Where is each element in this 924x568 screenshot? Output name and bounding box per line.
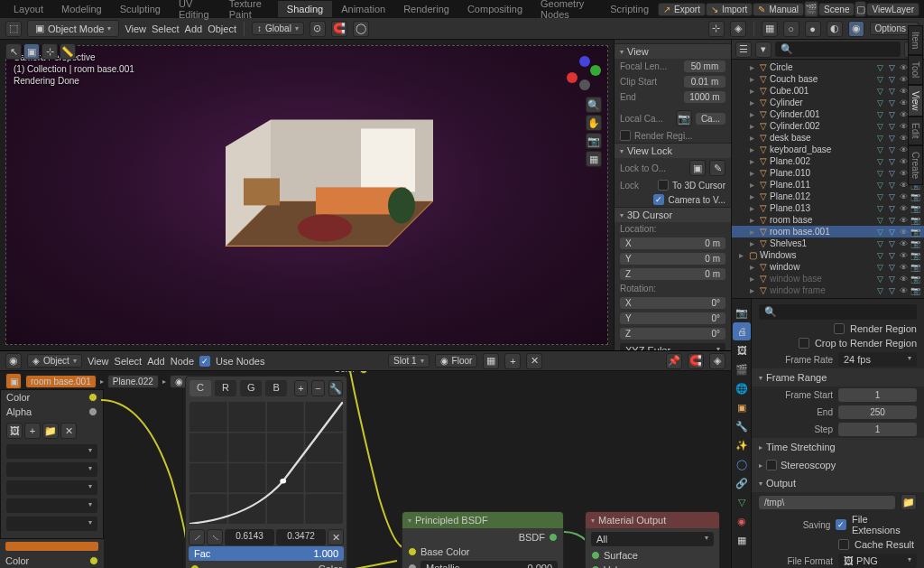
overlay-toggle[interactable]: ◈	[730, 21, 746, 37]
mat-browse-icon[interactable]: ▦	[483, 353, 499, 369]
outliner-row[interactable]: ▸▽Plane.010▽▽👁📷	[732, 167, 924, 179]
gizmo-toggle[interactable]: ⊹	[708, 21, 725, 37]
node-menu-node[interactable]: Node	[171, 356, 194, 367]
proptab-data[interactable]: ▽	[733, 493, 751, 511]
curve-zoom-out[interactable]: −	[311, 380, 325, 396]
pivot-icon[interactable]: ⊙	[310, 21, 326, 37]
outliner-row[interactable]: ▸▽Cylinder.002▽▽👁📷	[732, 120, 924, 132]
curve-tab-g[interactable]: G	[240, 380, 263, 396]
import-button[interactable]: ↘Import	[706, 3, 753, 16]
lockto-picker[interactable]: ▣	[689, 160, 706, 176]
cursor-rz[interactable]: Z0°	[620, 328, 725, 340]
output-header[interactable]: ▾Output	[752, 474, 924, 492]
breadcrumb-obj[interactable]: room base.001	[25, 375, 97, 388]
viewlayer-selector[interactable]: ViewLayer	[866, 3, 919, 16]
proptab-modifier[interactable]: 🔧	[733, 417, 751, 435]
node-overlay-icon[interactable]: ◈	[709, 353, 725, 369]
tool-measure[interactable]: 📏	[60, 43, 76, 60]
frame-end-field[interactable]: 250	[838, 405, 917, 419]
localcam-picker[interactable]: 📷	[676, 110, 692, 126]
menu-add[interactable]: Add	[185, 23, 203, 34]
outliner-row[interactable]: ▸▽Plane.002▽▽👁📷	[732, 155, 924, 167]
npanel-tab-edit[interactable]: Edit	[908, 116, 923, 144]
proptab-scene[interactable]: 🎬	[733, 360, 751, 378]
node-menu-select[interactable]: Select	[115, 356, 143, 367]
crop-check[interactable]	[799, 338, 809, 349]
scene-icon[interactable]: 🎬	[804, 1, 818, 17]
tex-new-icon[interactable]: +	[24, 423, 41, 439]
outliner-row[interactable]: ▸▽Cylinder▽▽👁📷	[732, 97, 924, 108]
handle-auto[interactable]: ⟋	[189, 529, 205, 545]
outliner-row[interactable]: ▸▽Plane.012▽▽👁📷	[732, 191, 924, 202]
surface-socket[interactable]	[591, 551, 600, 560]
node-editor-type-icon[interactable]: ◉	[5, 353, 22, 369]
node-canvas[interactable]: ▣ room base.001 ▸ Plane.022 ▸ ◉ Floor Co…	[0, 371, 731, 568]
npanel-tab-create[interactable]: Create	[908, 145, 923, 185]
outliner-row[interactable]: ▸▽window base▽▽👁📷	[732, 273, 924, 284]
outliner-row[interactable]: ▸▽room base.001▽▽👁📷	[732, 226, 924, 237]
tab-uv[interactable]: UV Editing	[170, 0, 220, 23]
frame-range-header[interactable]: ▾Frame Range	[752, 368, 924, 386]
cursor-ry[interactable]: Y0°	[620, 312, 725, 324]
file-format-field[interactable]: 🖼 PNG▾	[838, 554, 917, 568]
stereo-header[interactable]: ▸Stereoscopy	[752, 456, 924, 474]
persp-icon[interactable]: ▦	[586, 151, 602, 167]
outliner-row[interactable]: ▸▽Couch base▽▽👁📷	[732, 73, 924, 85]
outliner-row[interactable]: ▸▽Shelves1▽▽👁📷	[732, 237, 924, 249]
curve-tab-c[interactable]: C	[189, 380, 211, 396]
curve-editor[interactable]	[189, 402, 343, 524]
node-type-selector[interactable]: ◈ Object ▾	[27, 354, 82, 368]
curve-tab-r[interactable]: R	[215, 380, 236, 396]
lockto-eyedrop[interactable]: ✎	[709, 160, 725, 176]
orientation[interactable]: ↕ Global ▾	[252, 22, 304, 35]
tab-sculpting[interactable]: Sculpting	[111, 1, 170, 17]
outliner-type-icon[interactable]: ☰	[735, 42, 752, 58]
tool-cursor[interactable]: ↖	[5, 43, 22, 60]
rotation-mode[interactable]: XYZ Euler▾	[620, 343, 725, 350]
outliner-display-icon[interactable]: ▾	[755, 42, 772, 58]
menu-object[interactable]: Object	[208, 23, 236, 34]
node-menu-view[interactable]: View	[88, 356, 109, 367]
proptab-output[interactable]: 🖨	[733, 322, 751, 340]
tab-layout[interactable]: Layout	[5, 1, 52, 17]
frame-step-field[interactable]: 1	[838, 423, 917, 436]
prop-search[interactable]: 🔍	[759, 304, 917, 320]
curve-delete-point[interactable]: ✕	[328, 529, 344, 545]
snap-icon[interactable]: 🧲	[331, 21, 347, 37]
curve-x-field[interactable]: 0.6143	[225, 529, 274, 545]
slot-selector[interactable]: Slot 1 ▾	[388, 354, 430, 368]
basecolor-socket[interactable]	[408, 547, 417, 556]
mat-unlink-icon[interactable]: ✕	[526, 353, 542, 369]
tab-comp[interactable]: Compositing	[458, 1, 531, 17]
folder-icon[interactable]: 📁	[901, 494, 917, 510]
bsdf-out-socket[interactable]	[549, 533, 558, 542]
outliner-row[interactable]: ▸▽Plane.011▽▽👁📷	[732, 179, 924, 191]
clipstart-field[interactable]: 0.01 m	[684, 76, 725, 88]
breadcrumb-root-icon[interactable]: ▣	[5, 373, 22, 389]
fac-slider[interactable]: Fac1.000	[189, 546, 344, 561]
tab-shading[interactable]: Shading	[278, 1, 332, 17]
target-selector[interactable]: All▾	[591, 532, 714, 546]
outliner-row[interactable]: ▸▽keyboard_base▽▽👁📷	[732, 144, 924, 155]
file-ext-check[interactable]	[836, 519, 846, 530]
proptab-material[interactable]: ◉	[733, 512, 751, 530]
proptab-particles[interactable]: ✨	[733, 436, 751, 454]
bottom-color-socket[interactable]	[89, 556, 98, 565]
menu-select[interactable]: Select	[152, 23, 180, 34]
menu-view[interactable]: View	[125, 23, 146, 34]
curve-y-field[interactable]: 0.3472	[276, 529, 326, 545]
export-button[interactable]: ↗Export	[658, 3, 706, 16]
node-snap-icon[interactable]: 🧲	[688, 353, 704, 369]
stereo-check[interactable]	[766, 460, 777, 470]
editor-type-icon[interactable]: ⬚	[5, 21, 22, 37]
tex-proj[interactable]: ▾	[6, 462, 97, 477]
frame-start-field[interactable]: 1	[838, 388, 917, 402]
cursor-rx[interactable]: X0°	[620, 297, 725, 309]
proptab-viewlayer[interactable]: 🖼	[733, 341, 751, 359]
mode-selector[interactable]: ▣ Object Mode ▾	[27, 20, 119, 37]
tab-script[interactable]: Scripting	[601, 1, 658, 17]
solid-icon[interactable]: ●	[805, 21, 821, 37]
proportional-icon[interactable]: ◯	[353, 21, 369, 37]
tex-img-icon[interactable]: 🖼	[6, 423, 23, 439]
material-output-node[interactable]: ▾Material Output All▾ Surface Volume Dis…	[585, 511, 720, 568]
